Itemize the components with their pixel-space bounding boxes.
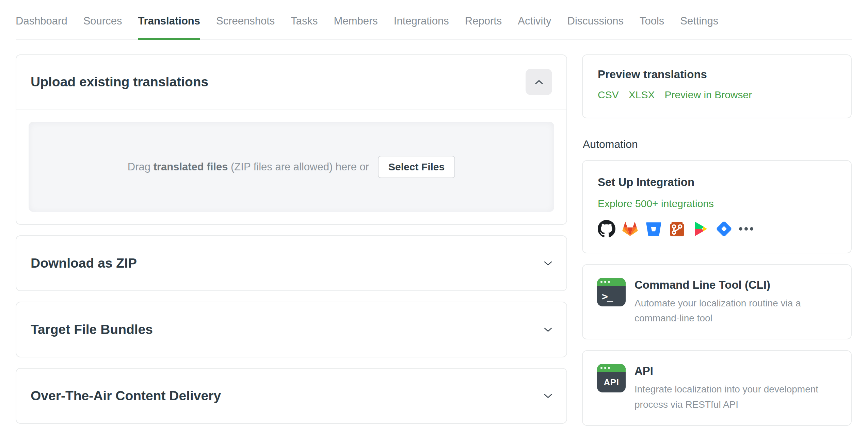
tab-translations[interactable]: Translations	[138, 0, 200, 39]
bitbucket-icon[interactable]	[645, 220, 662, 238]
page-content: Upload existing translations Drag transl…	[16, 54, 852, 426]
tab-integrations[interactable]: Integrations	[394, 0, 449, 39]
preview-in-browser-link[interactable]: Preview in Browser	[664, 89, 752, 101]
cli-card-description: Automate your localization routine via a…	[634, 296, 837, 326]
api-icon-label: API	[597, 372, 626, 392]
set-up-integration-card[interactable]: Set Up Integration Explore 500+ integrat…	[582, 160, 852, 253]
preview-translations-title: Preview translations	[598, 68, 836, 81]
over-the-air-content-delivery-card[interactable]: Over-The-Air Content Delivery	[16, 368, 567, 424]
api-card-title: API	[634, 365, 837, 377]
main-column: Upload existing translations Drag transl…	[16, 54, 567, 426]
select-files-button[interactable]: Select Files	[378, 156, 455, 178]
preview-translations-card: Preview translations CSV XLSX Preview in…	[582, 54, 852, 118]
tab-members[interactable]: Members	[334, 0, 378, 39]
tab-dashboard[interactable]: Dashboard	[16, 0, 67, 39]
top-navigation: Dashboard Sources Translations Screensho…	[16, 0, 852, 40]
tab-sources[interactable]: Sources	[83, 0, 122, 39]
integration-icons-row	[598, 220, 836, 238]
api-icon-titlebar	[597, 364, 626, 372]
tab-activity[interactable]: Activity	[518, 0, 551, 39]
chevron-up-icon	[535, 80, 543, 84]
tab-screenshots[interactable]: Screenshots	[216, 0, 275, 39]
upload-card-title: Upload existing translations	[31, 74, 208, 89]
cli-card-title: Command Line Tool (CLI)	[634, 279, 837, 291]
target-file-bundles-card[interactable]: Target File Bundles	[16, 302, 567, 357]
sidebar-column: Preview translations CSV XLSX Preview in…	[582, 54, 852, 426]
csv-link[interactable]: CSV	[598, 89, 619, 101]
api-card-description: Integrate localization into your develop…	[634, 382, 837, 412]
explore-integrations-link[interactable]: Explore 500+ integrations	[598, 198, 714, 209]
dropzone[interactable]: Drag translated files (ZIP files are all…	[29, 122, 554, 212]
chevron-down-icon	[544, 327, 552, 332]
jira-icon[interactable]	[715, 220, 733, 238]
chevron-down-icon	[544, 261, 552, 266]
download-as-zip-title: Download as ZIP	[31, 256, 137, 271]
google-play-icon[interactable]	[692, 220, 709, 238]
preview-links: CSV XLSX Preview in Browser	[598, 89, 836, 101]
api-icon: API	[597, 364, 626, 392]
api-card-info: API Integrate localization into your dev…	[634, 364, 837, 412]
over-the-air-title: Over-The-Air Content Delivery	[31, 388, 221, 403]
terminal-icon: >_	[597, 278, 626, 306]
api-card[interactable]: API API Integrate localization into your…	[582, 350, 852, 425]
automation-heading: Automation	[583, 138, 852, 151]
upload-existing-translations-card: Upload existing translations Drag transl…	[16, 54, 567, 225]
cli-card-info: Command Line Tool (CLI) Automate your lo…	[634, 278, 837, 326]
terminal-icon-titlebar	[597, 278, 626, 286]
target-file-bundles-title: Target File Bundles	[31, 322, 153, 337]
dropzone-text: Drag translated files (ZIP files are all…	[128, 161, 369, 173]
xlsx-link[interactable]: XLSX	[629, 89, 655, 101]
github-icon[interactable]	[598, 220, 615, 238]
dropzone-text-bold: translated files	[154, 161, 228, 173]
more-integrations-icon[interactable]	[739, 220, 754, 238]
upload-card-body: Drag translated files (ZIP files are all…	[16, 110, 566, 224]
cli-card[interactable]: >_ Command Line Tool (CLI) Automate your…	[582, 264, 852, 339]
upload-card-header: Upload existing translations	[16, 55, 566, 110]
chevron-down-icon	[544, 394, 552, 398]
tab-reports[interactable]: Reports	[465, 0, 502, 39]
tab-tasks[interactable]: Tasks	[291, 0, 318, 39]
tab-tools[interactable]: Tools	[640, 0, 664, 39]
tab-settings[interactable]: Settings	[680, 0, 718, 39]
collapse-upload-card-button[interactable]	[526, 69, 552, 95]
tab-discussions[interactable]: Discussions	[567, 0, 624, 39]
download-as-zip-card[interactable]: Download as ZIP	[16, 235, 567, 291]
git-icon[interactable]	[668, 220, 686, 238]
gitlab-icon[interactable]	[621, 220, 639, 238]
set-up-integration-title: Set Up Integration	[598, 176, 836, 189]
terminal-icon-prompt: >_	[597, 286, 626, 306]
